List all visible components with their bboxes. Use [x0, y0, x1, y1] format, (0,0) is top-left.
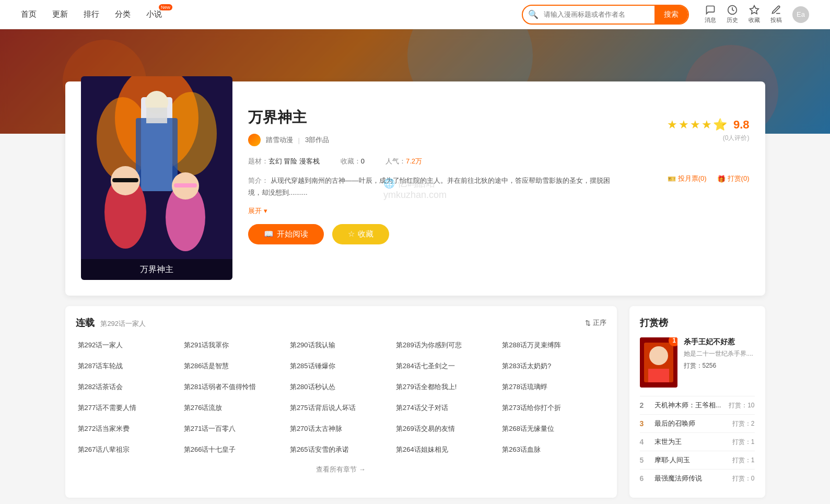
rank-top-desc: 她是二十一世纪杀手界....: [684, 349, 755, 358]
rank-list-item[interactable]: 5 摩耶·人间玉 打赏：1: [640, 451, 755, 469]
cover-wrap: 万界神主: [81, 76, 232, 280]
chapter-item[interactable]: 第291话我罩你: [182, 337, 288, 353]
rank-top-title: 杀手王妃不好惹: [684, 337, 755, 347]
chapter-item[interactable]: 第286话是智慧: [182, 358, 288, 374]
rank-top-count: 打赏：5256: [684, 361, 755, 370]
chapter-item[interactable]: 第292话一家人: [76, 337, 182, 353]
chapter-item[interactable]: 第270话太古神脉: [288, 421, 394, 437]
author-row: 踏雪动漫 | 3部作品: [248, 134, 640, 146]
nav-history[interactable]: 历史: [727, 5, 738, 24]
rating-area: ★★★★⭐ 9.8 (0人评价) 🎫 投月票(0) 🎁 打赏(0): [656, 97, 750, 183]
chapter-item[interactable]: 第283话太奶奶?: [500, 358, 606, 374]
chapter-item[interactable]: 第273话给你打个折: [500, 400, 606, 416]
search-button[interactable]: 搜索: [654, 6, 688, 24]
collect-count: 0: [361, 157, 365, 165]
chapter-item[interactable]: 第264话姐妹相见: [394, 442, 500, 458]
rank-number: 2: [640, 401, 650, 409]
chapter-item[interactable]: 第288话万灵束缚阵: [500, 337, 606, 353]
chapter-item[interactable]: 第274话父子对话: [394, 400, 500, 416]
rank-number: 4: [640, 438, 650, 446]
svg-rect-12: [146, 108, 167, 123]
nav-links: 首页 更新 排行 分类 小说: [21, 9, 522, 19]
svg-rect-18: [174, 183, 197, 187]
ranking-title: 打赏榜: [640, 317, 755, 329]
nav-novel[interactable]: 小说: [146, 9, 162, 19]
rank-top-info: 杀手王妃不好惹 她是二十一世纪杀手界.... 打赏：5256: [684, 337, 755, 370]
monthly-vote-button[interactable]: 🎫 投月票(0): [668, 174, 707, 183]
nav-rank[interactable]: 排行: [84, 9, 99, 19]
popularity-value: 7.2万: [406, 157, 422, 165]
rank-item-count: 打赏：2: [732, 419, 755, 428]
chapter-item[interactable]: 第268话无缘量位: [500, 421, 606, 437]
chapter-item[interactable]: 第272话当家米费: [76, 421, 182, 437]
chapter-item[interactable]: 第287话车轮战: [76, 358, 182, 374]
chapter-item[interactable]: 第280话秒认怂: [288, 379, 394, 395]
vote-row: 🎫 投月票(0) 🎁 打赏(0): [668, 174, 750, 183]
rank-list-item[interactable]: 6 最强魔法师传说 打赏：0: [640, 469, 755, 487]
chapter-item[interactable]: 第284话七圣剑之一: [394, 358, 500, 374]
author-avatar: [248, 134, 261, 146]
nav-home[interactable]: 首页: [21, 9, 37, 19]
author-name[interactable]: 踏雪动漫: [266, 135, 293, 145]
search-input[interactable]: [544, 7, 654, 21]
main-content: 万界神主 万界神主 踏雪动漫 | 3部作品 题材：玄幻 冒险 漫客栈 收藏：0 …: [50, 81, 781, 504]
nav-right-icons: 消息 历史 收藏 投稿 Ea: [705, 5, 809, 24]
rank-item-title: 天机神木师：王爷相...: [654, 401, 729, 410]
rank-item-title: 最后的召唤师: [654, 419, 732, 428]
chapter-grid: 第292话一家人第291话我罩你第290话我认输第289话为你感到可悲第288话…: [76, 337, 606, 458]
show-more-chapters[interactable]: 查看所有章节 →: [76, 465, 606, 474]
bottom-row: 连载 第292话一家人 ⇅ 正序 第292话一家人第291话我罩你第290话我认…: [65, 306, 765, 504]
rank-list-item[interactable]: 3 最后的召唤师 打赏：2: [640, 414, 755, 432]
chapter-item[interactable]: 第269话交易的友情: [394, 421, 500, 437]
rating-score: 9.8: [733, 118, 750, 131]
chapter-item[interactable]: 第289话为你感到可悲: [394, 337, 500, 353]
rank-number: 3: [640, 419, 650, 428]
manga-cover: 万界神主: [81, 76, 232, 280]
chapter-item[interactable]: 第275话背后说人坏话: [288, 400, 394, 416]
search-icon: 🔍: [523, 9, 544, 19]
rating-count: (0人评价): [667, 134, 749, 143]
rank-top-item[interactable]: 1 杀手王妃不好惹 她是二十一世纪杀手界.... 打赏：5256: [640, 337, 755, 388]
nav-message[interactable]: 消息: [705, 5, 716, 24]
chapter-item[interactable]: 第277话不需要人情: [76, 400, 182, 416]
tip-button[interactable]: 🎁 打赏(0): [717, 174, 750, 183]
rank-item-title: 末世为王: [654, 437, 732, 447]
rank-list-item[interactable]: 2 天机神木师：王爷相... 打赏：10: [640, 396, 755, 414]
svg-point-23: [649, 346, 668, 365]
sort-button[interactable]: ⇅ 正序: [585, 318, 606, 327]
nav-update[interactable]: 更新: [52, 9, 68, 19]
chapter-item[interactable]: 第290话我认输: [288, 337, 394, 353]
rank-item-count: 打赏：1: [732, 438, 755, 447]
chapter-header: 连载 第292话一家人 ⇅ 正序: [76, 317, 606, 329]
nav-submit[interactable]: 投稿: [770, 5, 782, 24]
author-works: 3部作品: [305, 135, 329, 145]
search-bar: 🔍 搜索: [522, 5, 689, 25]
chapter-item[interactable]: 第282话茶话会: [76, 379, 182, 395]
manga-title: 万界神主: [248, 108, 640, 127]
rank-top-cover: 1: [640, 337, 677, 388]
nav-collect[interactable]: 收藏: [749, 5, 760, 24]
chapter-item[interactable]: 第267话八辈祖宗: [76, 442, 182, 458]
chapter-item[interactable]: 第263话血脉: [500, 442, 606, 458]
svg-rect-24: [648, 369, 669, 382]
rank-item-count: 打赏：0: [732, 474, 755, 483]
chapter-item[interactable]: 第285话锤爆你: [288, 358, 394, 374]
chapter-item[interactable]: 第266话十七皇子: [182, 442, 288, 458]
chapter-item[interactable]: 第278话琉璃蜉: [500, 379, 606, 395]
rank-list: 2 天机神木师：王爷相... 打赏：10 3 最后的召唤师 打赏：2 4 末世为…: [640, 396, 755, 487]
collect-button[interactable]: ☆ 收藏: [332, 224, 389, 244]
svg-rect-11: [136, 118, 178, 191]
expand-button[interactable]: 展开 ▾: [248, 206, 267, 216]
rank-list-item[interactable]: 4 末世为王 打赏：1: [640, 432, 755, 451]
chapter-item[interactable]: 第279话全都给我上!: [394, 379, 500, 395]
nav-category[interactable]: 分类: [115, 9, 131, 19]
user-avatar[interactable]: Ea: [792, 6, 809, 23]
latest-chapter: 第292话一家人: [100, 320, 146, 327]
chapter-item[interactable]: 第265话安雪的承诺: [288, 442, 394, 458]
read-button[interactable]: 📖 开始阅读: [248, 224, 324, 244]
chapter-item[interactable]: 第281话弱者不值得怜惜: [182, 379, 288, 395]
tags-value: 玄幻 冒险 漫客栈: [268, 157, 320, 165]
chapter-item[interactable]: 第276话流放: [182, 400, 288, 416]
chapter-item[interactable]: 第271话一百零八: [182, 421, 288, 437]
svg-rect-15: [112, 178, 138, 182]
